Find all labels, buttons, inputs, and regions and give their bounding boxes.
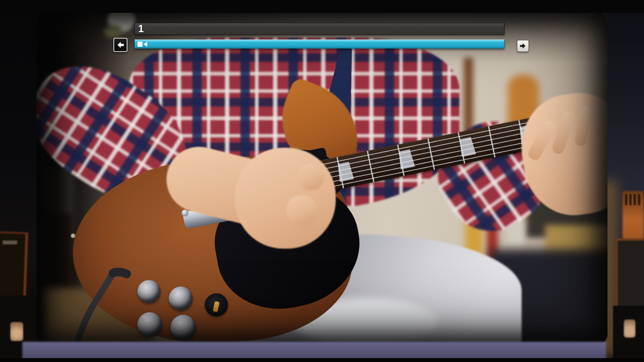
case-latch-right bbox=[624, 319, 635, 338]
top-letterbox bbox=[0, 0, 644, 13]
knuckle bbox=[286, 195, 317, 226]
previous-section-button[interactable] bbox=[113, 38, 128, 52]
section-number: 1 bbox=[138, 24, 144, 34]
amp-logo-left bbox=[3, 240, 17, 244]
lesson-video bbox=[36, 11, 608, 345]
amp-head-right-vents bbox=[625, 194, 642, 205]
video-camera-lens bbox=[143, 42, 147, 47]
bottom-letterbox bbox=[0, 358, 644, 362]
video-timeline[interactable] bbox=[134, 40, 504, 49]
arrow-right-icon bbox=[519, 42, 527, 50]
section-bar: 1 bbox=[134, 23, 504, 35]
game-stage: 1 bbox=[0, 0, 644, 362]
knuckle bbox=[298, 164, 324, 190]
next-section-button[interactable] bbox=[517, 40, 529, 52]
stage-floor-edge bbox=[22, 342, 606, 360]
video-camera-icon bbox=[137, 41, 147, 47]
strumming-hand bbox=[235, 148, 336, 249]
arrow-left-icon bbox=[116, 40, 125, 49]
case-latch-left bbox=[10, 322, 23, 341]
video-camera-body bbox=[137, 42, 143, 47]
amp-cabinet-right bbox=[616, 239, 644, 311]
